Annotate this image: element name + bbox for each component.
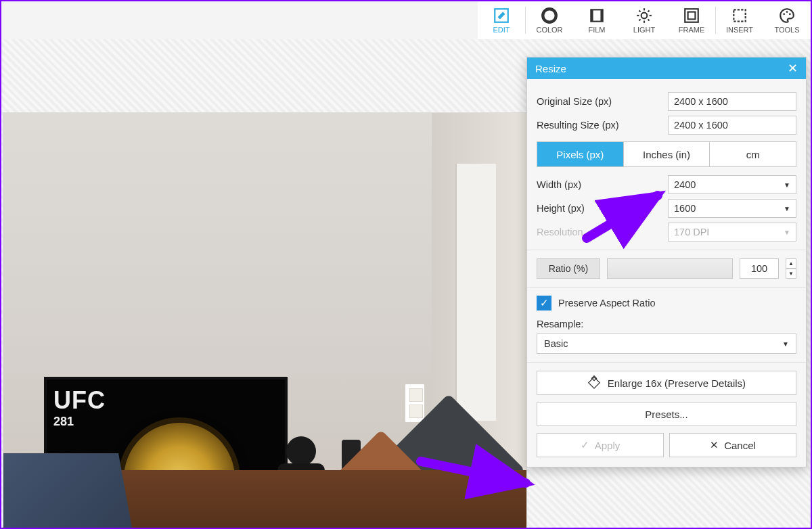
original-size-label: Original Size (px) <box>537 96 668 107</box>
chevron-down-icon: ▼ <box>782 340 789 348</box>
cancel-label: Cancel <box>724 440 756 451</box>
width-label: Width (px) <box>537 179 668 190</box>
svg-point-1 <box>543 9 556 22</box>
svg-rect-15 <box>688 12 696 20</box>
light-tool[interactable]: LIGHT <box>621 1 668 39</box>
presets-label: Presets... <box>645 409 687 420</box>
check-icon: ✓ <box>581 439 589 451</box>
ratio-value[interactable]: 100 <box>740 258 779 279</box>
close-icon[interactable]: ✕ <box>788 61 798 76</box>
svg-rect-4 <box>600 9 602 21</box>
edit-icon <box>493 7 510 26</box>
tools-tool-label: TOOLS <box>774 26 799 34</box>
frame-tool[interactable]: FRAME <box>668 1 715 39</box>
svg-rect-20 <box>591 375 596 380</box>
insert-tool-label: INSERT <box>726 26 753 34</box>
frame-tool-label: FRAME <box>679 26 705 34</box>
light-tool-label: LIGHT <box>633 26 655 34</box>
film-tool-label: FILM <box>588 26 605 34</box>
svg-point-5 <box>641 13 648 19</box>
svg-line-13 <box>648 10 649 12</box>
cancel-button[interactable]: ✕ Cancel <box>669 433 796 457</box>
svg-line-10 <box>639 10 640 12</box>
svg-rect-3 <box>591 9 593 21</box>
chevron-down-icon: ▼ <box>784 205 790 212</box>
preserve-aspect-label: Preserve Aspect Ratio <box>558 298 655 308</box>
preserve-aspect-checkbox[interactable]: ✓ <box>537 296 551 310</box>
close-icon: ✕ <box>710 439 719 451</box>
svg-point-17 <box>783 13 785 15</box>
unit-tab-cm[interactable]: cm <box>709 142 796 166</box>
resulting-size-value: 2400 x 1600 <box>668 116 796 135</box>
insert-icon <box>731 7 748 26</box>
photo-preview[interactable]: UFC 281 MADISON SQUARE GARDEN <box>3 112 527 529</box>
resolution-label: Resolution <box>537 227 668 237</box>
resulting-size-label: Resulting Size (px) <box>537 120 668 131</box>
color-tool[interactable]: COLOR <box>526 1 573 39</box>
color-tool-label: COLOR <box>536 26 562 34</box>
film-icon <box>588 7 606 26</box>
tools-tool[interactable]: TOOLS <box>763 1 811 39</box>
palette-icon <box>778 7 796 26</box>
edit-tool[interactable]: EDIT <box>478 1 525 39</box>
edit-tool-label: EDIT <box>493 26 510 34</box>
unit-tab-pixels[interactable]: Pixels (px) <box>537 142 623 166</box>
chevron-down-icon: ▼ <box>784 181 790 189</box>
tv-text-ufc: UFC <box>53 386 106 414</box>
height-label: Height (px) <box>537 203 668 214</box>
color-icon <box>541 7 558 26</box>
main-toolbar: EDIT COLOR FILM LIGHT FRAME INSERT TOOLS <box>478 1 811 39</box>
svg-point-18 <box>786 11 788 13</box>
apply-button[interactable]: ✓ Apply <box>537 433 664 457</box>
svg-rect-16 <box>734 9 745 21</box>
unit-tabs: Pixels (px) Inches (in) cm <box>537 141 796 167</box>
svg-line-11 <box>648 19 649 20</box>
panel-titlebar[interactable]: Resize ✕ <box>527 58 806 79</box>
svg-rect-21 <box>589 377 600 388</box>
resolution-input: 170 DPI▼ <box>668 223 796 242</box>
frame-icon <box>683 7 700 26</box>
svg-line-12 <box>639 19 640 20</box>
chevron-up-icon[interactable]: ▲ <box>786 258 796 269</box>
height-input[interactable]: 1600▼ <box>668 199 796 218</box>
enlarge-icon <box>587 375 601 391</box>
enlarge-16x-label: Enlarge 16x (Preserve Details) <box>608 377 746 389</box>
width-input[interactable]: 2400▼ <box>668 175 796 194</box>
ratio-spinner[interactable]: ▲▼ <box>786 258 796 279</box>
resample-select[interactable]: Basic▼ <box>537 334 796 354</box>
light-icon <box>635 7 653 26</box>
enlarge-16x-button[interactable]: Enlarge 16x (Preserve Details) <box>537 371 796 395</box>
ratio-label: Ratio (%) <box>537 258 600 279</box>
chevron-down-icon[interactable]: ▼ <box>786 269 796 279</box>
panel-title: Resize <box>535 63 566 74</box>
apply-label: Apply <box>595 440 621 451</box>
original-size-value: 2400 x 1600 <box>668 92 796 111</box>
resample-label: Resample: <box>537 319 796 329</box>
presets-button[interactable]: Presets... <box>537 402 796 426</box>
svg-rect-14 <box>685 9 698 22</box>
film-tool[interactable]: FILM <box>573 1 621 39</box>
unit-tab-inches[interactable]: Inches (in) <box>623 142 710 166</box>
ratio-slider[interactable] <box>607 258 733 279</box>
chevron-down-icon: ▼ <box>784 229 790 236</box>
resize-panel: Resize ✕ Original Size (px) 2400 x 1600 … <box>526 57 807 467</box>
svg-point-19 <box>789 13 791 15</box>
insert-tool[interactable]: INSERT <box>716 1 763 39</box>
